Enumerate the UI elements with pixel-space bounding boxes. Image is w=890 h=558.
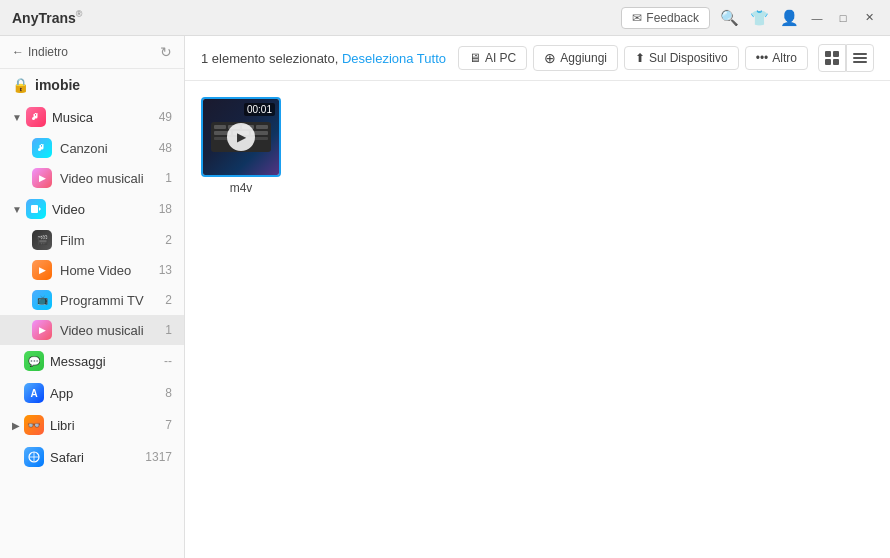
svg-rect-9 [853, 53, 867, 55]
canzoni-label: Canzoni [60, 141, 159, 156]
film-icon: 🎬 [32, 230, 52, 250]
aipc-button[interactable]: 🖥 AI PC [458, 46, 527, 70]
programmi-tv-icon: 📺 [32, 290, 52, 310]
app-icon: A [24, 383, 44, 403]
canzoni-count: 48 [159, 141, 172, 155]
video-musicali-music-label: Video musicali [60, 171, 165, 186]
selection-info: 1 elemento selezionato, Deseleziona Tutt… [201, 51, 452, 66]
file-duration: 00:01 [244, 103, 275, 116]
feedback-label: Feedback [646, 11, 699, 25]
svg-rect-10 [853, 57, 867, 59]
sidebar-item-canzoni[interactable]: Canzoni 48 [0, 133, 184, 163]
sidebar-category-app[interactable]: ▶ A App 8 [0, 377, 184, 409]
sidebar-category-video[interactable]: ▼ Video 18 [0, 193, 184, 225]
sidebar-header: ← Indietro ↻ [0, 36, 184, 69]
sidebar-category-libri[interactable]: ▶ 👓 Libri 7 [0, 409, 184, 441]
aipc-label: AI PC [485, 51, 516, 65]
app-title: AnyTrans® [12, 9, 82, 26]
user-icon[interactable]: 👤 [778, 7, 800, 29]
messaggi-count: -- [164, 354, 172, 368]
libri-label: Libri [50, 418, 165, 433]
content-toolbar: 1 elemento selezionato, Deseleziona Tutt… [185, 36, 890, 81]
video-icon [26, 199, 46, 219]
svg-marker-1 [39, 207, 41, 211]
altro-label: Altro [772, 51, 797, 65]
svg-rect-8 [833, 59, 839, 65]
titlebar: AnyTrans® ✉ Feedback 🔍 👕 👤 — □ ✕ [0, 0, 890, 36]
film-label: Film [60, 233, 165, 248]
add-icon: ⊕ [544, 50, 556, 66]
feedback-button[interactable]: ✉ Feedback [621, 7, 710, 29]
video-musicali-label: Video musicali [60, 323, 165, 338]
titlebar-right: ✉ Feedback 🔍 👕 👤 — □ ✕ [621, 7, 878, 29]
svg-rect-0 [31, 205, 38, 213]
sidebar-item-programmi-tv[interactable]: 📺 Programmi TV 2 [0, 285, 184, 315]
file-label: m4v [230, 181, 253, 195]
close-button[interactable]: ✕ [860, 9, 878, 27]
back-label: Indietro [28, 45, 68, 59]
sul-dispositivo-button[interactable]: ⬆ Sul Dispositivo [624, 46, 739, 70]
safari-icon [24, 447, 44, 467]
device-name: imobie [35, 77, 80, 93]
sidebar-item-home-video[interactable]: ▶ Home Video 13 [0, 255, 184, 285]
deselect-all-link[interactable]: Deseleziona Tutto [342, 51, 446, 66]
file-item-m4v[interactable]: 00:01 ▶ m4v [201, 97, 281, 195]
safari-count: 1317 [145, 450, 172, 464]
sul-dispositivo-label: Sul Dispositivo [649, 51, 728, 65]
back-button[interactable]: ← Indietro [12, 45, 68, 59]
musica-label: Musica [52, 110, 159, 125]
sidebar-item-video-musicali-music[interactable]: ▶ Video musicali 1 [0, 163, 184, 193]
svg-rect-11 [853, 61, 867, 63]
sidebar-category-safari[interactable]: ▶ Safari 1317 [0, 441, 184, 473]
back-arrow-icon: ← [12, 45, 24, 59]
messaggi-icon: 💬 [24, 351, 44, 371]
minimize-button[interactable]: — [808, 9, 826, 27]
video-musicali-count: 1 [165, 323, 172, 337]
musica-arrow-icon: ▼ [12, 112, 22, 123]
svg-rect-5 [825, 51, 831, 57]
list-view-button[interactable] [846, 44, 874, 72]
messaggi-label: Messaggi [50, 354, 164, 369]
main-container: ← Indietro ↻ 🔒 imobie ▼ Musica 49 [0, 36, 890, 558]
film-count: 2 [165, 233, 172, 247]
musica-icon [26, 107, 46, 127]
sidebar-item-film[interactable]: 🎬 Film 2 [0, 225, 184, 255]
home-video-label: Home Video [60, 263, 159, 278]
refresh-button[interactable]: ↻ [160, 44, 172, 60]
video-count: 18 [159, 202, 172, 216]
home-video-count: 13 [159, 263, 172, 277]
feedback-mail-icon: ✉ [632, 11, 642, 25]
sidebar: ← Indietro ↻ 🔒 imobie ▼ Musica 49 [0, 36, 185, 558]
grid-view-button[interactable] [818, 44, 846, 72]
tshirt-icon[interactable]: 👕 [748, 7, 770, 29]
canzoni-icon [32, 138, 52, 158]
add-label: Aggiungi [560, 51, 607, 65]
add-button[interactable]: ⊕ Aggiungi [533, 45, 618, 71]
programmi-tv-count: 2 [165, 293, 172, 307]
app-label: App [50, 386, 165, 401]
device-lock-icon: 🔒 [12, 77, 29, 93]
programmi-tv-label: Programmi TV [60, 293, 165, 308]
aipc-icon: 🖥 [469, 51, 481, 65]
maximize-button[interactable]: □ [834, 9, 852, 27]
altro-button[interactable]: ••• Altro [745, 46, 808, 70]
search-icon[interactable]: 🔍 [718, 7, 740, 29]
libri-icon: 👓 [24, 415, 44, 435]
home-video-icon: ▶ [32, 260, 52, 280]
sidebar-item-video-musicali[interactable]: ▶ Video musicali 1 [0, 315, 184, 345]
sidebar-items: ▼ Musica 49 Canzoni 48 ▶ Video musicali [0, 101, 184, 558]
sidebar-category-musica[interactable]: ▼ Musica 49 [0, 101, 184, 133]
content-area: 1 elemento selezionato, Deseleziona Tutt… [185, 36, 890, 558]
video-musicali-music-icon: ▶ [32, 168, 52, 188]
libri-arrow-icon: ▶ [12, 420, 20, 431]
svg-rect-6 [833, 51, 839, 57]
altro-dots-icon: ••• [756, 51, 769, 65]
play-button[interactable]: ▶ [227, 123, 255, 151]
sul-dispositivo-icon: ⬆ [635, 51, 645, 65]
file-thumbnail: 00:01 ▶ [201, 97, 281, 177]
device-info: 🔒 imobie [0, 69, 184, 101]
video-musicali-music-count: 1 [165, 171, 172, 185]
app-count: 8 [165, 386, 172, 400]
view-toggle [818, 44, 874, 72]
sidebar-category-messaggi[interactable]: ▶ 💬 Messaggi -- [0, 345, 184, 377]
